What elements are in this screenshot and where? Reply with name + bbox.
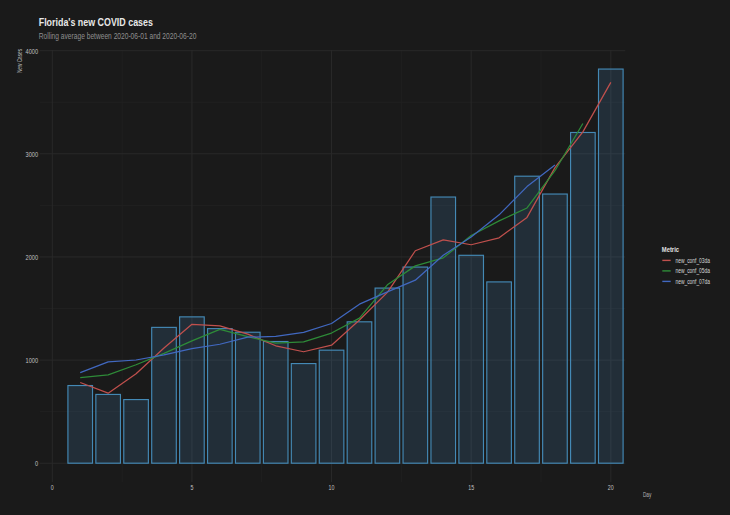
svg-text:Florida's new COVID cases: Florida's new COVID cases <box>39 16 154 28</box>
svg-text:New Cases: New Cases <box>15 49 23 73</box>
svg-text:0: 0 <box>35 459 38 467</box>
svg-text:15: 15 <box>468 483 474 491</box>
svg-text:Day: Day <box>643 490 652 498</box>
svg-text:new_conf_03da: new_conf_03da <box>676 257 711 264</box>
svg-text:2000: 2000 <box>26 253 39 261</box>
svg-text:new_conf_05da: new_conf_05da <box>676 268 711 275</box>
svg-text:3000: 3000 <box>26 150 39 158</box>
svg-text:Rolling average between 2020-0: Rolling average between 2020-06-01 and 2… <box>39 31 197 41</box>
svg-text:Metric: Metric <box>662 245 679 253</box>
svg-text:1000: 1000 <box>26 356 39 364</box>
svg-text:20: 20 <box>608 483 614 491</box>
svg-text:10: 10 <box>329 483 335 491</box>
svg-text:4000: 4000 <box>26 47 39 55</box>
svg-text:5: 5 <box>190 483 193 491</box>
svg-text:0: 0 <box>51 483 54 491</box>
svg-text:new_conf_07da: new_conf_07da <box>676 278 711 285</box>
